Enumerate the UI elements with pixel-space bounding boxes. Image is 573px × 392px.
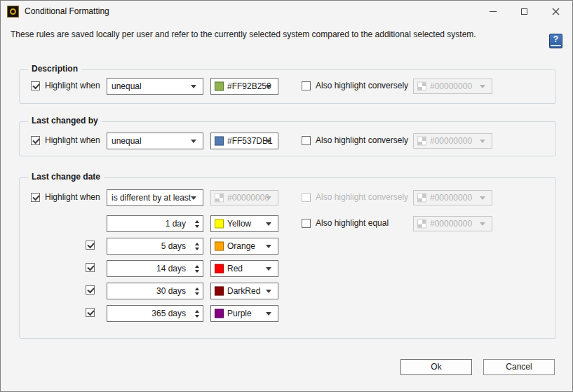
window-title: Conditional Formatting [25,1,109,22]
threshold-days-spinner[interactable]: 30 days [107,283,203,299]
threshold-days-spinner[interactable]: 1 day [107,215,203,232]
threshold-color-combobox[interactable]: Red [210,260,278,277]
ok-button[interactable]: Ok [400,359,472,375]
also-highlight-equal-checkbox[interactable] [302,219,311,228]
close-button[interactable] [540,1,572,22]
highlight-color-combobox[interactable]: #FF537DB1 [210,133,278,149]
highlight-when-label: Highlight when [45,192,100,202]
also-highlight-conversely-label: Also highlight conversely [316,135,408,145]
color-swatch [215,264,224,273]
operator-combobox[interactable]: is different by at least [107,189,203,206]
chevron-down-icon [191,140,196,143]
threshold-days-spinner[interactable]: 14 days [107,260,203,277]
highlight-when-checkbox[interactable] [31,81,40,90]
threshold-color-combobox[interactable]: DarkRed [210,283,278,299]
also-highlight-conversely-checkbox[interactable] [302,81,311,90]
maximize-icon [521,8,527,15]
color-swatch [215,287,224,296]
transparent-color-swatch [215,194,224,203]
group-title: Last changed by [28,116,102,126]
threshold-enabled-checkbox[interactable] [86,263,95,272]
highlight-color-combobox: #00000000 [210,190,278,205]
threshold-color-combobox[interactable]: Purple [210,305,278,322]
threshold-color-combobox[interactable]: Yellow [210,215,278,232]
spinner-up-icon[interactable] [195,310,199,313]
color-swatch [215,137,224,146]
cancel-button[interactable]: Cancel [483,359,555,375]
threshold-enabled-checkbox[interactable] [86,285,95,295]
chevron-down-icon [266,85,271,88]
transparent-color-swatch [417,137,426,146]
highlight-when-checkbox[interactable] [31,136,40,145]
spinner-up-icon[interactable] [195,265,199,268]
chevron-down-icon [266,245,271,248]
group-last-change-date: Last change date Highlight when is diffe… [19,177,556,339]
group-title: Description [28,64,81,74]
app-logo-icon [7,6,19,18]
minimize-icon [490,11,497,12]
chevron-down-icon [480,85,485,88]
operator-combobox[interactable]: unequal [107,78,203,95]
conversely-color-combobox: #00000000 [413,133,492,149]
transparent-color-swatch [417,194,426,203]
highlight-color-combobox[interactable]: #FF92B250 [210,78,278,95]
spinner-down-icon[interactable] [195,292,199,295]
chevron-down-icon [266,196,271,200]
spinner-up-icon[interactable] [195,288,199,290]
chevron-down-icon [191,85,196,88]
maximize-button[interactable] [508,1,540,22]
chevron-down-icon [480,140,485,143]
title-bar: Conditional Formatting [1,1,572,22]
dialog-description: These rules are saved locally per user a… [11,29,476,39]
chevron-down-icon [266,312,271,316]
chevron-down-icon [266,290,271,293]
operator-combobox[interactable]: unequal [107,133,203,149]
spinner-down-icon[interactable] [195,225,199,228]
also-highlight-conversely-checkbox[interactable] [302,136,311,145]
group-last-changed-by: Last changed by Highlight when unequal #… [19,121,556,156]
also-highlight-conversely-checkbox [302,193,311,202]
threshold-enabled-checkbox[interactable] [86,308,95,317]
close-icon [552,8,560,15]
transparent-color-swatch [417,82,426,91]
threshold-days-spinner[interactable]: 5 days [107,238,203,255]
equal-color-combobox: #00000000 [413,216,492,231]
threshold-color-combobox[interactable]: Orange [210,238,278,255]
spinner-down-icon[interactable] [195,270,199,273]
group-description: Description Highlight when unequal #FF92… [19,69,556,104]
spinner-up-icon[interactable] [195,220,199,223]
group-title: Last change date [28,172,104,182]
color-swatch [215,219,224,229]
chevron-down-icon [266,267,271,271]
conditional-formatting-dialog: Conditional Formatting These rules are s… [0,0,573,392]
minimize-button[interactable] [477,1,508,22]
spinner-down-icon[interactable] [195,315,199,318]
chevron-down-icon [480,222,485,226]
also-highlight-conversely-label: Also highlight conversely [316,81,408,90]
spinner-down-icon[interactable] [195,248,199,250]
chevron-down-icon [191,196,196,200]
chevron-down-icon [266,140,271,143]
help-book-icon[interactable]: ? [549,34,562,48]
spinner-up-icon[interactable] [195,243,199,245]
chevron-down-icon [480,196,485,200]
color-swatch [215,82,224,91]
threshold-enabled-checkbox[interactable] [86,241,95,250]
transparent-color-swatch [417,219,426,229]
color-swatch [215,309,224,318]
highlight-when-label: Highlight when [45,81,100,90]
also-highlight-equal-label: Also highlight equal [316,218,389,228]
conversely-color-combobox: #00000000 [413,79,492,94]
color-swatch [215,242,224,251]
conversely-color-combobox: #00000000 [413,190,492,205]
chevron-down-icon [266,222,271,226]
also-highlight-conversely-label: Also highlight conversely [316,192,408,202]
highlight-when-checkbox[interactable] [31,193,40,202]
highlight-when-label: Highlight when [45,135,100,145]
threshold-days-spinner[interactable]: 365 days [107,305,203,322]
